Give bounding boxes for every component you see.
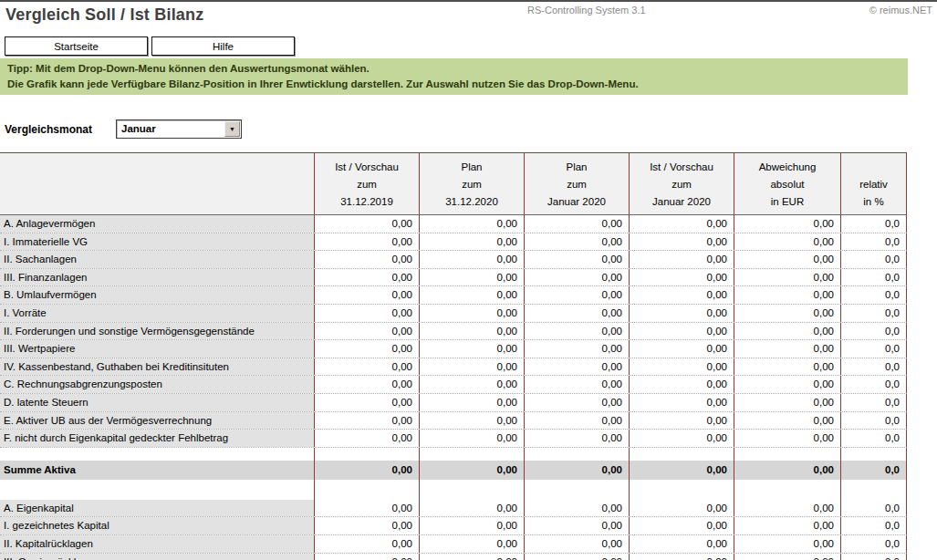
row-label: II. Forderungen und sonstige Vermögensge…: [0, 323, 315, 340]
value-cell: 0,00: [525, 305, 630, 322]
value-cell: 0,00: [525, 323, 630, 340]
value-cell: [315, 480, 420, 500]
table-row: I. Vorräte0,000,000,000,000,000,0: [0, 305, 907, 323]
table-row: III. Finanzanlagen0,000,000,000,000,000,…: [0, 269, 907, 287]
table-row: A. Anlagevermögen0,000,000,000,000,000,0: [0, 215, 907, 233]
value-cell: [841, 480, 907, 500]
value-cell: 0,00: [734, 269, 841, 286]
value-cell: 0,00: [420, 233, 525, 251]
column-header: PlanzumJanuar 2020: [525, 153, 630, 214]
value-cell: 0,00: [420, 461, 525, 480]
row-label: I. gezeichnetes Kapital: [0, 517, 315, 534]
value-cell: 0,00: [420, 358, 525, 376]
bilanz-table: Ist / Vorschauzum31.12.2019Planzum31.12.…: [0, 152, 907, 560]
value-cell: 0,00: [734, 535, 841, 553]
value-cell: 0,0: [841, 269, 907, 286]
value-cell: 0,0: [841, 517, 907, 534]
value-cell: 0,00: [734, 517, 841, 534]
value-cell: 0,0: [841, 251, 907, 268]
table-row: D. latente Steuern0,000,000,000,000,000,…: [0, 394, 907, 412]
value-cell: [734, 448, 841, 461]
row-label: I. Vorräte: [0, 305, 315, 322]
value-cell: 0,00: [315, 215, 420, 233]
value-cell: 0,00: [734, 461, 841, 480]
hilfe-button[interactable]: Hilfe: [151, 36, 295, 56]
row-label: Summe Aktiva: [0, 461, 315, 480]
value-cell: 0,00: [525, 394, 630, 411]
month-dropdown[interactable]: Januar ▼: [116, 119, 242, 139]
row-label: E. Aktiver UB aus der Vermögesverrechnun…: [0, 412, 315, 430]
table-row: IV. Kassenbestand, Guthaben bei Kreditin…: [0, 358, 907, 377]
value-cell: 0,00: [315, 394, 420, 411]
page: { "page": { "title": "Vergleich Soll / I…: [0, 0, 937, 560]
table-row: II. Kapitalrücklagen0,000,000,000,000,00…: [0, 535, 907, 554]
value-cell: 0,00: [525, 517, 630, 534]
value-cell: 0,0: [841, 323, 907, 340]
spacer-row: [0, 448, 907, 461]
value-cell: 0,00: [734, 500, 841, 517]
value-cell: 0,00: [315, 517, 420, 534]
value-cell: [420, 448, 525, 461]
column-header-line: [841, 159, 906, 176]
value-cell: 0,0: [841, 394, 907, 411]
value-cell: 0,00: [315, 305, 420, 322]
header-label-cell: [0, 153, 315, 214]
value-cell: 0,00: [734, 233, 841, 251]
column-header: relativin %: [841, 153, 907, 214]
copyright-label: © reimus.NET: [869, 5, 932, 16]
table-row: I. Immaterielle VG0,000,000,000,000,000,…: [0, 233, 907, 252]
value-cell: 0,00: [315, 500, 420, 517]
value-cell: [630, 480, 734, 500]
value-cell: 0,00: [734, 215, 841, 233]
value-cell: [841, 448, 907, 461]
value-cell: 0,00: [315, 430, 420, 447]
value-cell: 0,00: [630, 233, 734, 251]
value-cell: 0,00: [420, 430, 525, 447]
value-cell: 0,0: [841, 305, 907, 322]
top-bar: Vergleich Soll / Ist Bilanz RS-Controlli…: [0, 2, 937, 33]
column-header-line: Plan: [420, 159, 524, 176]
value-cell: 0,00: [420, 286, 525, 304]
tip-line-2: Die Grafik kann jede Verfügbare Bilanz-P…: [7, 77, 901, 92]
value-cell: 0,00: [525, 430, 630, 447]
value-cell: 0,00: [734, 251, 841, 268]
value-cell: 0,00: [315, 376, 420, 393]
month-dropdown-value: Januar: [117, 120, 224, 138]
value-cell: 0,00: [630, 412, 734, 430]
value-cell: 0,0: [841, 358, 907, 376]
page-title: Vergleich Soll / Ist Bilanz: [5, 5, 203, 25]
value-cell: 0,0: [841, 286, 907, 304]
column-header: Ist / Vorschauzum31.12.2019: [315, 153, 420, 214]
value-cell: 0,00: [525, 286, 630, 304]
value-cell: 0,00: [734, 412, 841, 430]
value-cell: 0,00: [734, 376, 841, 393]
startseite-button[interactable]: Startseite: [5, 36, 148, 56]
value-cell: [630, 448, 734, 461]
value-cell: 0,00: [630, 305, 734, 322]
value-cell: 0,00: [315, 233, 420, 251]
value-cell: 0,00: [630, 269, 734, 286]
value-cell: 0,00: [630, 461, 734, 480]
dropdown-arrow-icon[interactable]: ▼: [224, 121, 240, 137]
column-header-line: 31.12.2019: [315, 193, 419, 211]
value-cell: 0,00: [630, 251, 734, 268]
value-cell: 0,00: [734, 394, 841, 411]
filter-row: Vergleichsmonat Januar ▼: [5, 119, 937, 139]
row-label: F. nicht durch Eigenkapital gedeckter Fe…: [0, 430, 315, 447]
value-cell: 0,00: [420, 517, 525, 534]
value-cell: [420, 480, 525, 500]
value-cell: [734, 480, 841, 500]
value-cell: 0,00: [630, 500, 734, 517]
table-row: F. nicht durch Eigenkapital gedeckter Fe…: [0, 430, 907, 448]
value-cell: 0,00: [525, 554, 630, 560]
value-cell: 0,0: [841, 233, 907, 251]
table-row: E. Aktiver UB aus der Vermögesverrechnun…: [0, 412, 907, 430]
value-cell: 0,00: [420, 376, 525, 393]
row-label: I. Immaterielle VG: [0, 233, 315, 251]
sum-row: Summe Aktiva0,000,000,000,000,000,0: [0, 461, 907, 480]
vergleichsmonat-label: Vergleichsmonat: [5, 123, 116, 136]
value-cell: 0,00: [734, 430, 841, 447]
value-cell: 0,00: [630, 340, 734, 358]
value-cell: 0,00: [315, 412, 420, 430]
value-cell: 0,00: [525, 412, 630, 430]
